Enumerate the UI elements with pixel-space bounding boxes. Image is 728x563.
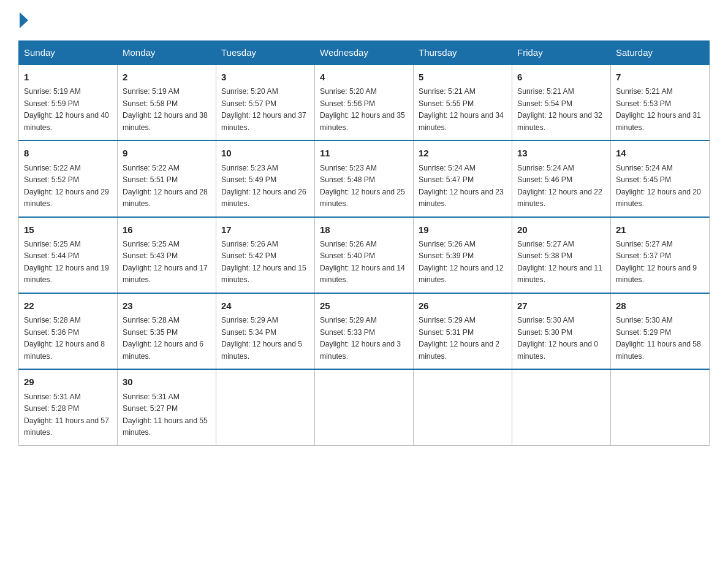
calendar-cell: 15Sunrise: 5:25 AMSunset: 5:44 PMDayligh… — [19, 217, 118, 293]
calendar-cell — [512, 369, 611, 445]
day-number: 7 — [616, 70, 704, 84]
day-number: 6 — [517, 70, 605, 84]
calendar-header-row: Sunday Monday Tuesday Wednesday Thursday… — [19, 41, 710, 65]
calendar-cell: 4Sunrise: 5:20 AMSunset: 5:56 PMDaylight… — [315, 64, 414, 140]
day-number: 26 — [419, 299, 507, 313]
calendar-cell: 26Sunrise: 5:29 AMSunset: 5:31 PMDayligh… — [414, 293, 512, 369]
calendar-cell: 19Sunrise: 5:26 AMSunset: 5:39 PMDayligh… — [414, 217, 512, 293]
day-info: Sunrise: 5:28 AMSunset: 5:35 PMDaylight:… — [123, 315, 211, 362]
day-number: 5 — [419, 70, 507, 84]
day-info: Sunrise: 5:19 AMSunset: 5:59 PMDaylight:… — [24, 86, 112, 134]
day-number: 12 — [419, 146, 507, 160]
day-number: 3 — [221, 70, 309, 84]
day-info: Sunrise: 5:27 AMSunset: 5:37 PMDaylight:… — [616, 239, 704, 286]
day-number: 17 — [221, 223, 309, 237]
day-number: 18 — [320, 223, 408, 237]
day-number: 28 — [616, 299, 704, 313]
calendar-cell: 17Sunrise: 5:26 AMSunset: 5:42 PMDayligh… — [216, 217, 315, 293]
calendar-cell: 16Sunrise: 5:25 AMSunset: 5:43 PMDayligh… — [118, 217, 216, 293]
day-number: 21 — [616, 223, 704, 237]
day-number: 23 — [123, 299, 211, 313]
header-wednesday: Wednesday — [315, 41, 414, 65]
week-row-2: 8Sunrise: 5:22 AMSunset: 5:52 PMDaylight… — [19, 140, 710, 216]
calendar-cell: 13Sunrise: 5:24 AMSunset: 5:46 PMDayligh… — [512, 140, 611, 216]
day-info: Sunrise: 5:21 AMSunset: 5:55 PMDaylight:… — [419, 86, 507, 134]
day-number: 8 — [24, 146, 112, 160]
header-thursday: Thursday — [414, 41, 512, 65]
day-number: 15 — [24, 223, 112, 237]
header-saturday: Saturday — [611, 41, 710, 65]
day-number: 14 — [616, 146, 704, 160]
day-number: 1 — [24, 70, 112, 84]
calendar-cell: 29Sunrise: 5:31 AMSunset: 5:28 PMDayligh… — [19, 369, 118, 445]
calendar-cell: 12Sunrise: 5:24 AMSunset: 5:47 PMDayligh… — [414, 140, 512, 216]
calendar-cell: 8Sunrise: 5:22 AMSunset: 5:52 PMDaylight… — [19, 140, 118, 216]
day-info: Sunrise: 5:28 AMSunset: 5:36 PMDaylight:… — [24, 315, 112, 362]
calendar-cell: 23Sunrise: 5:28 AMSunset: 5:35 PMDayligh… — [118, 293, 216, 369]
logo — [18, 12, 28, 28]
day-info: Sunrise: 5:26 AMSunset: 5:42 PMDaylight:… — [221, 239, 309, 286]
calendar-cell — [315, 369, 414, 445]
day-number: 9 — [123, 146, 211, 160]
day-info: Sunrise: 5:26 AMSunset: 5:40 PMDaylight:… — [320, 239, 408, 286]
day-info: Sunrise: 5:24 AMSunset: 5:45 PMDaylight:… — [616, 163, 704, 210]
calendar-cell — [216, 369, 315, 445]
day-number: 20 — [517, 223, 605, 237]
week-row-1: 1Sunrise: 5:19 AMSunset: 5:59 PMDaylight… — [19, 64, 710, 140]
day-number: 24 — [221, 299, 309, 313]
day-info: Sunrise: 5:27 AMSunset: 5:38 PMDaylight:… — [517, 239, 605, 286]
calendar-cell: 22Sunrise: 5:28 AMSunset: 5:36 PMDayligh… — [19, 293, 118, 369]
calendar-cell: 28Sunrise: 5:30 AMSunset: 5:29 PMDayligh… — [611, 293, 710, 369]
calendar-cell: 2Sunrise: 5:19 AMSunset: 5:58 PMDaylight… — [118, 64, 216, 140]
day-info: Sunrise: 5:21 AMSunset: 5:54 PMDaylight:… — [517, 86, 605, 134]
calendar-cell: 6Sunrise: 5:21 AMSunset: 5:54 PMDaylight… — [512, 64, 611, 140]
calendar-cell: 25Sunrise: 5:29 AMSunset: 5:33 PMDayligh… — [315, 293, 414, 369]
calendar-cell: 3Sunrise: 5:20 AMSunset: 5:57 PMDaylight… — [216, 64, 315, 140]
day-info: Sunrise: 5:20 AMSunset: 5:56 PMDaylight:… — [320, 86, 408, 134]
day-info: Sunrise: 5:31 AMSunset: 5:27 PMDaylight:… — [123, 391, 211, 439]
day-number: 29 — [24, 375, 112, 389]
calendar-cell: 18Sunrise: 5:26 AMSunset: 5:40 PMDayligh… — [315, 217, 414, 293]
calendar-table: Sunday Monday Tuesday Wednesday Thursday… — [18, 40, 710, 446]
calendar-cell: 1Sunrise: 5:19 AMSunset: 5:59 PMDaylight… — [19, 64, 118, 140]
day-number: 27 — [517, 299, 605, 313]
day-number: 4 — [320, 70, 408, 84]
calendar-cell: 27Sunrise: 5:30 AMSunset: 5:30 PMDayligh… — [512, 293, 611, 369]
day-number: 2 — [123, 70, 211, 84]
day-info: Sunrise: 5:30 AMSunset: 5:30 PMDaylight:… — [517, 315, 605, 362]
calendar-cell: 7Sunrise: 5:21 AMSunset: 5:53 PMDaylight… — [611, 64, 710, 140]
week-row-3: 15Sunrise: 5:25 AMSunset: 5:44 PMDayligh… — [19, 217, 710, 293]
day-info: Sunrise: 5:21 AMSunset: 5:53 PMDaylight:… — [616, 86, 704, 134]
calendar-cell: 30Sunrise: 5:31 AMSunset: 5:27 PMDayligh… — [118, 369, 216, 445]
day-info: Sunrise: 5:29 AMSunset: 5:34 PMDaylight:… — [221, 315, 309, 362]
day-info: Sunrise: 5:29 AMSunset: 5:33 PMDaylight:… — [320, 315, 408, 362]
day-info: Sunrise: 5:30 AMSunset: 5:29 PMDaylight:… — [616, 315, 704, 362]
page-header — [18, 12, 710, 28]
day-info: Sunrise: 5:25 AMSunset: 5:44 PMDaylight:… — [24, 239, 112, 286]
header-monday: Monday — [118, 41, 216, 65]
header-friday: Friday — [512, 41, 611, 65]
calendar-cell — [611, 369, 710, 445]
day-number: 10 — [221, 146, 309, 160]
day-number: 19 — [419, 223, 507, 237]
day-info: Sunrise: 5:22 AMSunset: 5:52 PMDaylight:… — [24, 163, 112, 210]
calendar-cell: 10Sunrise: 5:23 AMSunset: 5:49 PMDayligh… — [216, 140, 315, 216]
header-sunday: Sunday — [19, 41, 118, 65]
day-number: 30 — [123, 375, 211, 389]
day-info: Sunrise: 5:24 AMSunset: 5:46 PMDaylight:… — [517, 163, 605, 210]
day-number: 16 — [123, 223, 211, 237]
day-number: 25 — [320, 299, 408, 313]
day-info: Sunrise: 5:25 AMSunset: 5:43 PMDaylight:… — [123, 239, 211, 286]
day-number: 22 — [24, 299, 112, 313]
day-info: Sunrise: 5:23 AMSunset: 5:49 PMDaylight:… — [221, 163, 309, 210]
day-info: Sunrise: 5:19 AMSunset: 5:58 PMDaylight:… — [123, 86, 211, 134]
calendar-cell: 9Sunrise: 5:22 AMSunset: 5:51 PMDaylight… — [118, 140, 216, 216]
calendar-cell: 11Sunrise: 5:23 AMSunset: 5:48 PMDayligh… — [315, 140, 414, 216]
week-row-4: 22Sunrise: 5:28 AMSunset: 5:36 PMDayligh… — [19, 293, 710, 369]
calendar-cell: 14Sunrise: 5:24 AMSunset: 5:45 PMDayligh… — [611, 140, 710, 216]
calendar-cell: 24Sunrise: 5:29 AMSunset: 5:34 PMDayligh… — [216, 293, 315, 369]
day-info: Sunrise: 5:24 AMSunset: 5:47 PMDaylight:… — [419, 163, 507, 210]
day-info: Sunrise: 5:29 AMSunset: 5:31 PMDaylight:… — [419, 315, 507, 362]
calendar-cell: 5Sunrise: 5:21 AMSunset: 5:55 PMDaylight… — [414, 64, 512, 140]
calendar-cell: 21Sunrise: 5:27 AMSunset: 5:37 PMDayligh… — [611, 217, 710, 293]
